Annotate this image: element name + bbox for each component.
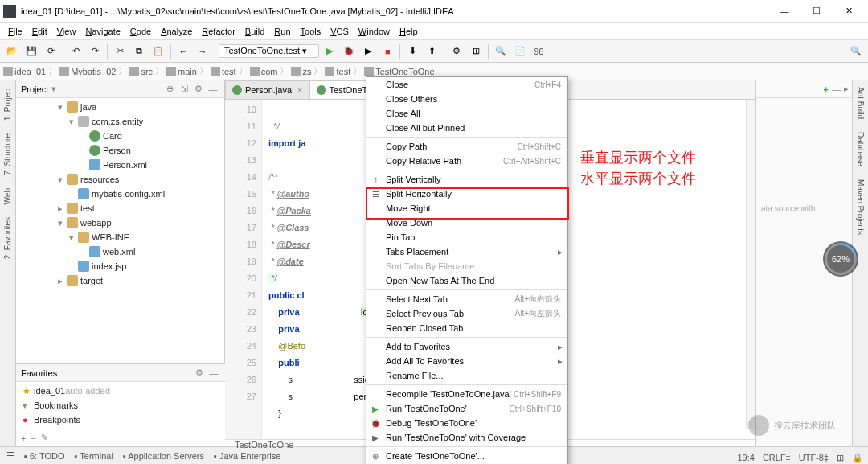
favorite-item[interactable]: ●Breakpoints bbox=[16, 413, 225, 427]
back-icon[interactable]: ← bbox=[174, 43, 192, 60]
menu-item[interactable]: Close All but Pinned bbox=[366, 121, 567, 135]
right-add-icon[interactable]: + bbox=[824, 84, 829, 94]
menu-vcs[interactable]: VCS bbox=[326, 27, 354, 36]
structure-icon[interactable]: ⊞ bbox=[467, 43, 485, 60]
paste-icon[interactable]: 📋 bbox=[149, 43, 167, 60]
menu-item[interactable]: Select Next TabAlt+向右箭头 bbox=[366, 292, 567, 306]
encoding[interactable]: UTF-8‡ bbox=[799, 453, 829, 463]
breadcrumb-item[interactable]: idea_01 bbox=[3, 67, 46, 76]
tree-item[interactable]: ▾java bbox=[16, 100, 224, 114]
debug-icon[interactable]: 🐞 bbox=[340, 43, 358, 60]
maximize-button[interactable]: ☐ bbox=[800, 2, 833, 21]
menu-item[interactable]: Rename File... bbox=[366, 368, 567, 383]
side-tab[interactable]: 7: Structure bbox=[2, 127, 14, 182]
open-icon[interactable]: 📂 bbox=[3, 43, 21, 60]
breadcrumb-item[interactable]: zs bbox=[291, 67, 311, 76]
menu-run[interactable]: Run bbox=[269, 27, 295, 36]
menu-item[interactable]: Select Previous TabAlt+向左箭头 bbox=[366, 306, 567, 321]
hide-panel-icon[interactable]: — bbox=[207, 83, 219, 96]
menu-file[interactable]: File bbox=[3, 27, 27, 36]
bottom-tab[interactable]: ▪ Terminal bbox=[75, 451, 113, 461]
coverage-icon[interactable]: ▶ bbox=[359, 43, 377, 60]
side-tab[interactable]: Web bbox=[2, 182, 14, 211]
menu-window[interactable]: Window bbox=[354, 27, 395, 36]
menu-item[interactable]: ▶Run 'TestOneToOne'Ctrl+Shift+F10 bbox=[366, 401, 567, 416]
vcs-icon[interactable]: ⬇ bbox=[403, 43, 421, 60]
tree-item[interactable]: ▸target bbox=[16, 273, 224, 288]
bottom-tab[interactable]: ▪ 6: TODO bbox=[24, 451, 65, 461]
locate-icon[interactable]: ⊕ bbox=[163, 83, 176, 96]
side-tab[interactable]: 1: Project bbox=[2, 80, 14, 127]
search-icon[interactable]: 🔍 bbox=[492, 43, 510, 60]
breadcrumb-item[interactable]: test bbox=[211, 67, 236, 76]
menu-navigate[interactable]: Navigate bbox=[80, 27, 125, 36]
right-hide-icon[interactable]: ▸ bbox=[844, 84, 849, 94]
run-icon[interactable]: ▶ bbox=[321, 43, 338, 60]
menu-help[interactable]: Help bbox=[395, 27, 423, 36]
menu-item[interactable]: Add All To Favorites▸ bbox=[366, 354, 567, 368]
fav-add-icon[interactable]: + bbox=[21, 433, 26, 443]
menu-item[interactable]: Pin Tab bbox=[366, 230, 567, 244]
editor-scrollbar[interactable] bbox=[746, 100, 755, 429]
bottom-tab[interactable]: ▪ Java Enterprise bbox=[214, 451, 280, 461]
line-ending[interactable]: CRLF‡ bbox=[763, 453, 791, 463]
breadcrumb-item[interactable]: Mybatis_02 bbox=[59, 67, 116, 76]
collapse-icon[interactable]: ⇲ bbox=[178, 83, 190, 96]
menu-item[interactable]: Close All bbox=[366, 106, 567, 121]
minimize-button[interactable]: — bbox=[768, 2, 800, 21]
breadcrumb-item[interactable]: com bbox=[250, 67, 278, 76]
menu-item[interactable]: Close Others bbox=[366, 92, 567, 106]
lock-icon[interactable]: 🔒 bbox=[852, 453, 863, 463]
menu-item[interactable]: Copy PathCtrl+Shift+C bbox=[366, 139, 567, 154]
menu-item[interactable]: ⫿Split Vertically bbox=[366, 172, 567, 187]
side-tab[interactable]: 2: Favorites bbox=[2, 211, 14, 265]
tree-item[interactable]: Card bbox=[16, 129, 224, 143]
side-tab[interactable]: Ant Build bbox=[854, 80, 866, 125]
side-tab[interactable]: Database bbox=[854, 125, 866, 173]
cut-icon[interactable]: ✂ bbox=[111, 43, 129, 60]
undo-icon[interactable]: ↶ bbox=[67, 43, 84, 60]
settings-icon[interactable]: ⚙ bbox=[448, 43, 465, 60]
menu-item[interactable]: 🐞Debug 'TestOneToOne' bbox=[366, 416, 567, 430]
menu-item[interactable]: Add to Favorites▸ bbox=[366, 339, 567, 354]
breadcrumb-item[interactable]: main bbox=[166, 67, 197, 76]
close-button[interactable]: ✕ bbox=[833, 2, 865, 21]
bottom-menu-icon[interactable]: ☰ bbox=[6, 450, 14, 461]
redo-icon[interactable]: ↷ bbox=[86, 43, 104, 60]
menu-item[interactable]: Copy Relative PathCtrl+Alt+Shift+C bbox=[366, 154, 567, 168]
fav-hide-icon[interactable]: — bbox=[207, 367, 220, 380]
menu-item[interactable]: CloseCtrl+F4 bbox=[366, 77, 567, 92]
fav-remove-icon[interactable]: − bbox=[31, 433, 35, 443]
breadcrumb-item[interactable]: test bbox=[325, 67, 350, 76]
tree-item[interactable]: ▾resources bbox=[16, 172, 224, 187]
menu-item[interactable]: Move Down bbox=[366, 216, 567, 230]
menu-item[interactable]: Open New Tabs At The End bbox=[366, 273, 567, 288]
menu-item[interactable]: Recompile 'TestOneToOne.java'Ctrl+Shift+… bbox=[366, 387, 567, 401]
menu-item[interactable]: ☰Split Horizontally bbox=[366, 187, 567, 201]
tree-item[interactable]: ▾webapp bbox=[16, 216, 224, 230]
favorite-item[interactable]: ▾Bookmarks bbox=[16, 398, 225, 413]
menu-item[interactable]: ▶Run 'TestOneToOne' with Coverage bbox=[366, 430, 567, 445]
search-everywhere-icon[interactable]: 🔍 bbox=[847, 43, 865, 60]
tree-item[interactable]: index.jsp bbox=[16, 259, 224, 273]
menu-analyze[interactable]: Analyze bbox=[156, 27, 197, 36]
menu-item[interactable]: Reopen Closed Tab bbox=[366, 321, 567, 335]
breadcrumb-item[interactable]: TestOneToOne bbox=[364, 67, 434, 76]
tree-item[interactable]: Person bbox=[16, 143, 224, 158]
menu-item[interactable]: ⊕Create 'TestOneToOne'... bbox=[366, 449, 567, 463]
menu-item[interactable]: Move Right bbox=[366, 201, 567, 216]
menu-refactor[interactable]: Refactor bbox=[197, 27, 240, 36]
bottom-tab[interactable]: ▪ Application Servers bbox=[123, 451, 204, 461]
copy-icon[interactable]: ⧉ bbox=[130, 43, 148, 60]
run-config-combo[interactable]: TestOneToOne.test ▾ bbox=[219, 44, 319, 58]
tree-item[interactable]: ▾com.zs.entity bbox=[16, 114, 224, 129]
editor-tab[interactable]: Person.java× bbox=[225, 80, 310, 99]
misc-icon[interactable]: 📄 bbox=[511, 43, 529, 60]
right-minus-icon[interactable]: — bbox=[832, 84, 841, 94]
tree-item[interactable]: mybatis-config.xml bbox=[16, 187, 224, 201]
favorite-item[interactable]: ★idea_01 auto-added bbox=[16, 384, 225, 398]
side-tab[interactable]: Maven Projects bbox=[854, 173, 866, 241]
menu-view[interactable]: View bbox=[52, 27, 81, 36]
forward-icon[interactable]: → bbox=[194, 43, 211, 60]
fav-edit-icon[interactable]: ✎ bbox=[41, 433, 48, 443]
